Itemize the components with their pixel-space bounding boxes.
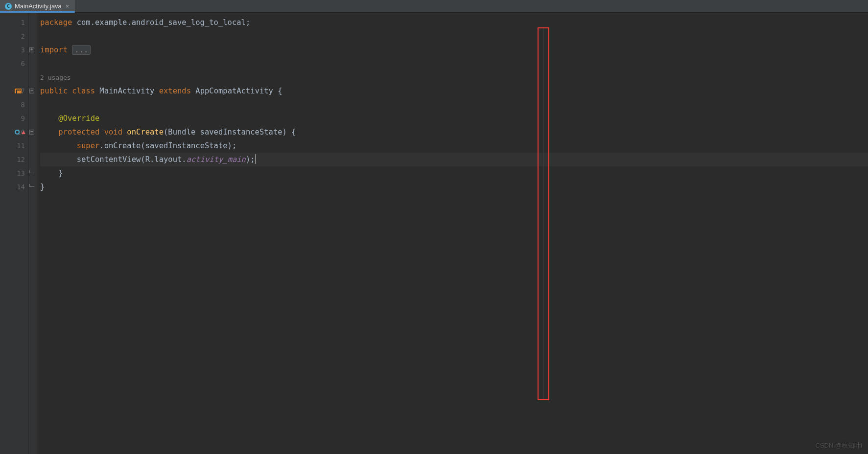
line-number: 13 [0,166,25,180]
code-line[interactable]: @Override [40,112,868,125]
code-area[interactable]: package com.example.android_save_log_to_… [37,13,868,454]
text-cursor [255,154,256,164]
code-line[interactable]: } [40,166,868,180]
editor-app: C MainActivity.java × 1 2 3 6 7 8 9 10 [0,0,868,454]
line-number: 10 [0,125,25,139]
fold-gutter [28,13,37,454]
keyword: package [40,18,77,27]
brace: } [58,169,63,178]
brace: { [278,87,282,95]
class-name: MainActivity [99,87,159,95]
folded-region[interactable]: ... [72,45,91,55]
override-marker-icon[interactable] [15,130,20,135]
code-line[interactable]: package com.example.android_save_log_to_… [40,16,868,29]
code-line[interactable]: 2 usages [40,70,868,84]
keyword: super [77,141,100,150]
line-number: 7 [0,84,25,98]
params: (Bundle savedInstanceState) { [164,128,296,136]
code-line[interactable] [40,29,868,43]
method-name: onCreate [127,128,164,136]
code-line[interactable] [40,98,868,112]
related-file-icon[interactable] [15,89,22,93]
keyword: extends [159,87,196,95]
line-number-gutter: 1 2 3 6 7 8 9 10 11 12 13 [0,13,28,454]
code-line[interactable]: super.onCreate(savedInstanceState); [40,139,868,153]
line-number: 11 [0,139,25,153]
code-text: ); [246,155,255,164]
line-number: 2 [0,29,25,43]
keyword: protected void [58,128,127,136]
brace: } [40,182,45,191]
line-number: 3 [0,43,25,57]
class-file-icon: C [5,3,12,10]
method-call: setContentView [77,155,141,164]
annotation: @Override [58,114,99,123]
code-line[interactable] [40,57,868,70]
usages-hint[interactable]: 2 usages [40,74,71,81]
keyword: public class [40,87,99,95]
code-line[interactable]: protected void onCreate(Bundle savedInst… [40,125,868,139]
line-number: 1 [0,16,25,29]
tab-bar: C MainActivity.java × [0,0,868,13]
code-text: com.example.android_save_log_to_local; [77,18,251,27]
tab-label: MainActivity.java [15,2,62,10]
line-number: 8 [0,98,25,112]
line-number: 14 [0,180,25,194]
override-up-arrow-icon[interactable] [22,131,25,134]
line-number: 12 [0,153,25,166]
keyword: import [40,45,72,54]
code-line[interactable]: public class MainActivity extends AppCom… [40,84,868,98]
editor[interactable]: 1 2 3 6 7 8 9 10 11 12 13 [0,13,868,454]
fold-collapse-icon[interactable] [29,130,34,135]
code-text: (R.layout. [141,155,186,164]
tab-mainactivity[interactable]: C MainActivity.java × [0,0,75,12]
close-icon[interactable]: × [65,2,70,10]
code-line[interactable]: } [40,180,868,194]
field-ref: activity_main [187,155,246,164]
line-number: 6 [0,57,25,70]
watermark-text: CSDN @秋知叶i [815,441,862,450]
fold-end-icon [29,184,34,187]
code-text: .onCreate(savedInstanceState); [99,141,236,150]
fold-end-icon [29,170,34,173]
line-number [0,70,25,84]
code-line[interactable]: import ... [40,43,868,57]
class-name: AppCompatActivity [195,87,278,95]
line-number: 9 [0,112,25,125]
fold-collapse-icon[interactable] [29,89,34,93]
fold-expand-icon[interactable] [29,47,34,52]
code-line-current[interactable]: setContentView(R.layout.activity_main); [40,153,868,166]
